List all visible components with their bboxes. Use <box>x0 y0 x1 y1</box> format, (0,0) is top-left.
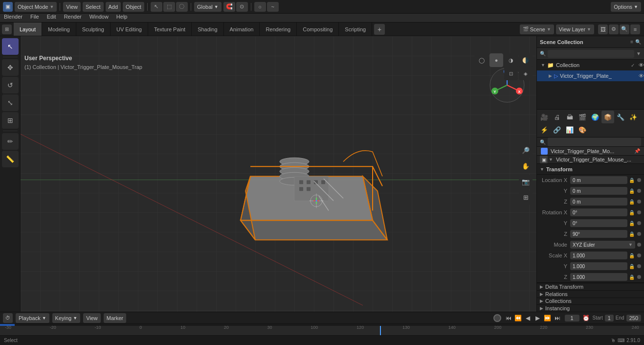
record-button[interactable] <box>493 314 501 322</box>
rotation-mode-dropdown[interactable]: XYZ Euler ▼ <box>570 241 635 249</box>
output-prop-icon[interactable]: 🖨 <box>551 111 563 123</box>
viewport-camera2-icon[interactable]: 📷 <box>519 175 533 189</box>
particles-prop-icon[interactable]: ✨ <box>627 111 640 123</box>
play-reverse-button[interactable]: ◀ <box>524 314 533 322</box>
current-frame-display[interactable]: 1 <box>565 315 579 322</box>
add-workspace-button[interactable]: + <box>374 24 385 35</box>
xray-icon[interactable]: ◈ <box>519 67 533 80</box>
scale-tool-button[interactable]: ⤡ <box>2 94 19 111</box>
tab-animation[interactable]: Animation <box>224 23 260 36</box>
marker-menu[interactable]: Marker <box>104 313 126 323</box>
timeline-track[interactable]: -30 -20 -10 0 10 20 30 100 120 130 140 2… <box>0 324 644 335</box>
outliner-filter-icon[interactable]: ≡ <box>630 39 633 45</box>
collection-eye-icon[interactable]: 👁 <box>639 62 644 68</box>
viewport-camera-icon[interactable]: 🔎 <box>519 144 533 158</box>
object-type-icon[interactable]: ▣ <box>540 156 548 163</box>
scale-z-field[interactable]: 1.000 <box>570 273 627 281</box>
scale-y-lock-icon[interactable]: 🔒 <box>628 264 635 269</box>
filter-top-icon[interactable]: ≡ <box>630 24 640 34</box>
jump-start-button[interactable]: ⏮ <box>504 314 513 322</box>
outliner-search-icon[interactable]: 🔍 <box>635 39 641 45</box>
move-tool-button[interactable]: ✥ <box>2 59 19 76</box>
tab-scripting[interactable]: Scripting <box>339 23 372 36</box>
relations-section[interactable]: ▶ Relations <box>537 290 644 298</box>
view-layer-selector[interactable]: View Layer ▼ <box>556 24 594 34</box>
outliner-filter-btn[interactable]: ▼ <box>636 51 641 56</box>
jump-end-button[interactable]: ⏭ <box>553 314 562 322</box>
scale-y-field[interactable]: 1.000 <box>570 262 627 270</box>
solid-mode-icon[interactable]: ● <box>489 53 503 67</box>
rotation-x-lock-icon[interactable]: 🔒 <box>628 210 635 215</box>
constraints-prop-icon[interactable]: 🔗 <box>551 123 563 136</box>
scale-x-lock-icon[interactable]: 🔒 <box>628 253 635 258</box>
tab-layout[interactable]: Layout <box>14 23 42 36</box>
victor-item[interactable]: ▶ ▷ Victor_Trigger_Plate_ 👁 <box>537 70 644 81</box>
wireframe-mode-icon[interactable]: ◯ <box>475 53 489 67</box>
viewport-grid-icon[interactable]: ⊞ <box>519 191 533 205</box>
scene-prop-icon[interactable]: 🎬 <box>576 111 589 123</box>
tab-shading[interactable]: Shading <box>192 23 223 36</box>
tab-compositing[interactable]: Compositing <box>297 23 339 36</box>
object-prop-icon[interactable]: 📦 <box>601 111 614 123</box>
rotate-tool-button[interactable]: ↺ <box>2 77 19 93</box>
outliner-search-input[interactable] <box>548 50 634 58</box>
rendered-mode-icon[interactable]: 🌗 <box>519 53 533 67</box>
end-frame-display[interactable]: 250 <box>626 315 641 322</box>
location-y-field[interactable]: 0 m <box>570 187 627 195</box>
rotation-y-field[interactable]: 0° <box>570 219 627 227</box>
tab-sculpting[interactable]: Sculpting <box>76 23 111 36</box>
modifier-prop-icon[interactable]: 🔧 <box>614 111 627 123</box>
properties-search-input[interactable] <box>548 138 641 146</box>
tab-uv-editing[interactable]: UV Editing <box>111 23 148 36</box>
location-x-lock-icon[interactable]: 🔒 <box>628 178 635 183</box>
object-type-dropdown[interactable]: ▼ <box>549 157 553 162</box>
viewport[interactable]: User Perspective (1) Collection | Victor… <box>21 36 536 312</box>
keying-menu[interactable]: Keying ▼ <box>52 313 81 323</box>
physics-prop-icon[interactable]: ⚡ <box>538 123 551 136</box>
victor-eye-icon[interactable]: 👁 <box>639 73 644 79</box>
material-mode-icon[interactable]: ◑ <box>504 53 518 67</box>
render-icon[interactable]: 🖼 <box>598 24 608 34</box>
workspace-icon[interactable]: ⊞ <box>2 24 12 34</box>
view-timeline-menu[interactable]: View <box>83 313 101 323</box>
timeline-menu-icon[interactable]: ⏱ <box>3 313 13 323</box>
render-prop-icon[interactable]: 🎥 <box>538 111 551 123</box>
world-prop-icon[interactable]: 🌍 <box>589 111 601 123</box>
transform-tool-button[interactable]: ⊞ <box>2 112 19 129</box>
search-top-icon[interactable]: 🔍 <box>620 24 629 34</box>
prev-keyframe-button[interactable]: ⏪ <box>514 314 523 322</box>
transform-section-header[interactable]: ▼ Transform <box>537 164 644 175</box>
location-y-lock-icon[interactable]: 🔒 <box>628 188 635 194</box>
viewport-hand-icon[interactable]: ✋ <box>519 160 533 173</box>
object-pin-icon[interactable]: 📌 <box>634 148 640 154</box>
collection-check-icon[interactable]: ✓ <box>631 63 637 68</box>
overlay-icon[interactable]: ⊡ <box>504 67 518 80</box>
instancing-section[interactable]: ▶ Instancing <box>537 304 644 312</box>
scene-selector[interactable]: 🎬 Scene ▼ <box>520 24 554 34</box>
play-button[interactable]: ▶ <box>533 314 542 322</box>
collection-item[interactable]: ▼ 📁 Collection ✓ 👁 <box>537 60 644 70</box>
scale-x-field[interactable]: 1.000 <box>570 252 627 259</box>
location-z-lock-icon[interactable]: 🔒 <box>628 199 635 205</box>
rotation-y-lock-icon[interactable]: 🔒 <box>628 221 635 226</box>
rotation-x-field[interactable]: 0° <box>570 208 627 216</box>
tab-texture-paint[interactable]: Texture Paint <box>148 23 192 36</box>
location-x-field[interactable]: 0 m <box>570 176 627 184</box>
playback-menu[interactable]: Playback ▼ <box>16 313 49 323</box>
material-prop-icon[interactable]: 🎨 <box>576 123 589 136</box>
scale-z-lock-icon[interactable]: 🔒 <box>628 275 635 280</box>
annotate-tool-button[interactable]: ✏ <box>2 133 19 150</box>
measure-tool-button[interactable]: 📏 <box>2 151 19 167</box>
rotation-z-lock-icon[interactable]: 🔒 <box>628 231 635 237</box>
preferences-icon[interactable]: ⚙ <box>609 24 619 34</box>
tab-modeling[interactable]: Modeling <box>42 23 76 36</box>
data-prop-icon[interactable]: 📊 <box>563 123 576 136</box>
cursor-tool-button[interactable]: ↖ <box>2 38 19 55</box>
collections-section[interactable]: ▶ Collections <box>537 298 644 305</box>
location-z-field[interactable]: 0 m <box>570 198 627 206</box>
start-frame-display[interactable]: 1 <box>605 315 614 322</box>
view-layer-prop-icon[interactable]: 🏔 <box>563 111 576 123</box>
rotation-z-field[interactable]: 90° <box>570 230 627 238</box>
next-keyframe-button[interactable]: ⏩ <box>543 314 552 322</box>
delta-transform-section[interactable]: ▶ Delta Transform <box>537 283 644 290</box>
